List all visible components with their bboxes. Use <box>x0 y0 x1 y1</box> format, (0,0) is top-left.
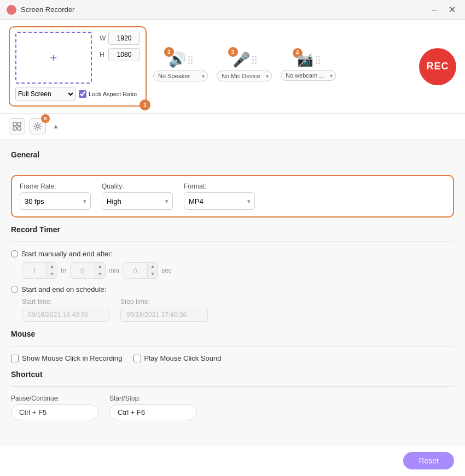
height-input[interactable] <box>108 48 140 61</box>
min-input[interactable] <box>71 263 95 278</box>
play-click-checkbox[interactable] <box>133 355 141 362</box>
quality-select-wrap: High Medium Low <box>102 192 173 210</box>
start-stop-input[interactable] <box>109 404 197 420</box>
pause-label: Pause/Continue: <box>11 395 98 402</box>
height-label: H <box>100 51 106 58</box>
add-screen-icon: + <box>50 51 57 65</box>
svg-rect-2 <box>13 127 16 130</box>
fullscreen-select[interactable]: Full Screen <box>15 87 75 101</box>
min-up-button[interactable]: ▲ <box>95 263 105 271</box>
webcam-item: 4 📷 No webcam ... <box>281 52 336 81</box>
record-timer-title: Record Timer <box>11 225 454 234</box>
screen-selector-wrapper: + W H Full Screen <box>9 26 147 107</box>
top-panel: + W H Full Screen <box>0 20 465 114</box>
mic-badge-wrap: 3 🎤 <box>233 51 257 68</box>
hr-up-button[interactable]: ▲ <box>47 263 57 271</box>
webcam-badge-wrap: 4 📷 <box>297 52 320 68</box>
svg-rect-0 <box>13 122 16 126</box>
shortcut-title: Shortcut <box>11 370 454 379</box>
mic-select[interactable]: No Mic Device <box>217 70 272 81</box>
play-click-label: Play Mouse Click Sound <box>144 354 222 362</box>
width-label: W <box>100 34 106 42</box>
badge-1: 1 <box>140 99 150 110</box>
sec-spinner-btns: ▲ ▼ <box>147 263 158 278</box>
svg-rect-1 <box>18 122 21 126</box>
mouse-checkbox-row: Show Mouse Click in Recording Play Mouse… <box>11 354 454 362</box>
title-bar: Screen Recorder – ✕ <box>0 0 465 20</box>
quality-group: Quality: High Medium Low <box>102 183 173 210</box>
quality-select[interactable]: High Medium Low <box>102 192 173 210</box>
lock-aspect-checkbox[interactable] <box>79 90 86 98</box>
width-input[interactable] <box>108 32 140 45</box>
sec-spinner: ▲ ▼ <box>123 262 158 279</box>
speaker-dots <box>188 56 193 64</box>
svg-point-4 <box>37 125 39 128</box>
reset-button[interactable]: Reset <box>403 452 454 469</box>
minimize-button[interactable]: – <box>428 3 441 16</box>
mic-select-wrapper: No Mic Device <box>217 70 272 81</box>
general-section: General Frame Rate: 30 fps 24 fps 60 fps <box>11 150 454 218</box>
general-title: General <box>11 150 454 159</box>
start-time-input[interactable] <box>22 308 109 322</box>
format-select-wrap: MP4 MOV AVI GIF <box>184 192 255 210</box>
stop-time-input[interactable] <box>120 308 208 322</box>
mic-item: 3 🎤 No Mic Device <box>217 51 272 81</box>
av-section: 2 🔊 No Speaker <box>153 51 412 81</box>
width-row: W <box>100 32 140 45</box>
radio-manual[interactable] <box>11 250 18 257</box>
format-select[interactable]: MP4 MOV AVI GIF <box>184 192 255 210</box>
radio-schedule-row: Start and end on schedule: <box>11 285 454 293</box>
stop-time-group: Stop time: <box>120 298 208 322</box>
sec-up-button[interactable]: ▲ <box>148 263 158 271</box>
radio-schedule[interactable] <box>11 286 18 293</box>
layout-tool-button[interactable] <box>9 118 25 134</box>
pause-group: Pause/Continue: <box>11 395 98 420</box>
expand-tool-button[interactable]: ▲ <box>50 118 61 134</box>
lock-aspect-group: Lock Aspect Ratio <box>79 90 137 98</box>
hr-input[interactable] <box>22 263 47 278</box>
min-unit: min <box>109 267 119 274</box>
speaker-select[interactable]: No Speaker <box>153 70 208 81</box>
radio-manual-label: Start manually and end after: <box>21 250 113 258</box>
app-title: Screen Recorder <box>21 5 74 14</box>
hr-spinner: ▲ ▼ <box>22 262 57 279</box>
start-time-label: Start time: <box>22 298 109 305</box>
schedule-fields: Start time: Stop time: <box>22 298 454 322</box>
min-spinner-btns: ▲ ▼ <box>95 263 105 278</box>
show-click-item: Show Mouse Click in Recording <box>11 354 123 362</box>
format-group: Format: MP4 MOV AVI GIF <box>184 183 255 210</box>
title-bar-controls: – ✕ <box>428 3 458 16</box>
show-click-checkbox[interactable] <box>11 355 19 362</box>
sec-down-button[interactable]: ▼ <box>148 271 158 278</box>
close-button[interactable]: ✕ <box>445 3 458 16</box>
main-content: + W H Full Screen <box>0 20 465 476</box>
min-down-button[interactable]: ▼ <box>95 271 105 278</box>
webcam-select-wrapper: No webcam ... <box>281 70 336 81</box>
badge-2: 2 <box>164 47 174 57</box>
svg-rect-3 <box>18 127 21 130</box>
webcam-dots <box>316 56 320 64</box>
height-row: H <box>100 48 140 61</box>
webcam-select[interactable]: No webcam ... <box>281 70 336 81</box>
frame-rate-select[interactable]: 30 fps 24 fps 60 fps <box>20 192 91 210</box>
pause-input[interactable] <box>11 404 98 420</box>
hr-unit: hr <box>61 267 67 274</box>
min-spinner: ▲ ▼ <box>70 262 106 279</box>
badge-3: 3 <box>228 47 238 57</box>
mic-dots <box>252 56 257 64</box>
frame-rate-label: Frame Rate: <box>20 183 91 190</box>
lock-aspect-label: Lock Aspect Ratio <box>89 91 137 97</box>
shortcut-section: Shortcut Pause/Continue: Start/Stop: <box>11 370 454 420</box>
webcam-icon-row: 📷 <box>297 52 320 68</box>
screen-preview[interactable]: + <box>15 32 92 84</box>
start-stop-label: Start/Stop: <box>109 395 197 402</box>
start-time-group: Start time: <box>22 298 109 322</box>
settings-tool-button[interactable]: 5 <box>30 118 46 134</box>
frame-rate-select-wrap: 30 fps 24 fps 60 fps <box>20 192 91 210</box>
show-click-label: Show Mouse Click in Recording <box>22 354 123 362</box>
hr-down-button[interactable]: ▼ <box>47 271 57 278</box>
quality-label: Quality: <box>102 183 173 190</box>
sec-input[interactable] <box>123 263 147 278</box>
rec-button[interactable]: REC <box>419 48 456 85</box>
general-settings-row: Frame Rate: 30 fps 24 fps 60 fps Quality… <box>20 183 445 210</box>
